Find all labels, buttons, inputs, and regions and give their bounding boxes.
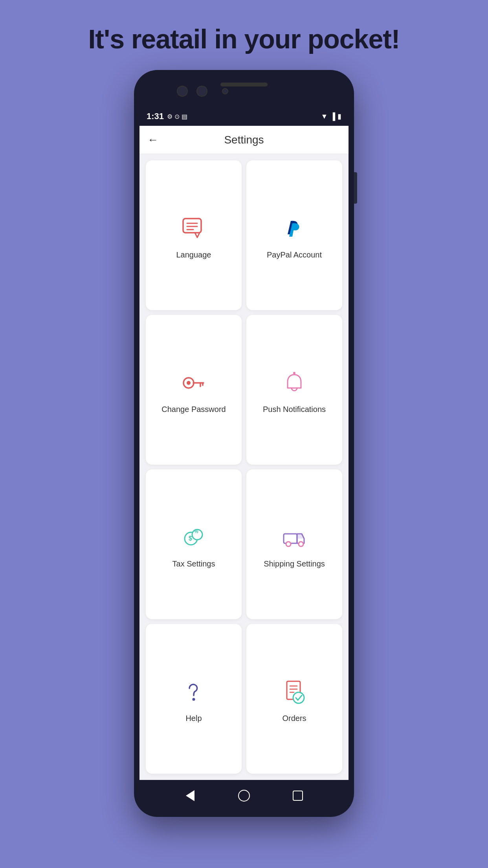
settings-card-help[interactable]: Help <box>146 624 242 774</box>
orders-label: Orders <box>282 714 306 723</box>
camera-right <box>196 86 207 97</box>
question-icon <box>178 676 209 708</box>
language-icon <box>178 213 209 244</box>
page-title: Settings <box>224 134 264 146</box>
settings-status-icon: ⚙ <box>167 113 172 120</box>
phone-nav-bar <box>139 780 349 811</box>
back-triangle-icon <box>186 790 194 801</box>
orders-icon <box>279 676 310 708</box>
phone-device: 1:31 ⚙ ⊙ ▤ ▼ ▐ ▮ ← Settings <box>134 70 354 817</box>
status-time: 1:31 <box>147 111 164 121</box>
help-label: Help <box>185 714 202 723</box>
settings-card-change-password[interactable]: Change Password <box>146 315 242 465</box>
svg-text:%: % <box>194 529 198 534</box>
camera-small <box>222 88 228 94</box>
shipping-settings-label: Shipping Settings <box>264 559 325 568</box>
signal-icon: ▐ <box>330 112 335 121</box>
nav-home-button[interactable] <box>237 789 251 803</box>
svg-text:$: $ <box>189 535 192 542</box>
language-label: Language <box>176 250 211 259</box>
svg-point-22 <box>293 692 304 703</box>
tax-icon: $ % <box>178 522 209 553</box>
svg-point-15 <box>286 542 291 546</box>
wifi-icon: ▼ <box>321 112 328 121</box>
truck-icon <box>279 522 310 553</box>
settings-card-orders[interactable]: Orders <box>246 624 342 774</box>
page-tagline: It's reatail in your pocket! <box>88 24 400 54</box>
paypal-label: PayPal Account <box>267 250 322 259</box>
status-right: ▼ ▐ ▮ <box>321 112 341 121</box>
phone-screen: 1:31 ⚙ ⊙ ▤ ▼ ▐ ▮ ← Settings <box>139 107 349 780</box>
settings-card-language[interactable]: Language <box>146 160 242 310</box>
side-button <box>354 172 357 204</box>
nav-back-button[interactable] <box>183 789 197 803</box>
change-password-label: Change Password <box>161 405 226 414</box>
settings-card-tax-settings[interactable]: $ % Tax Settings <box>146 469 242 619</box>
status-left: 1:31 ⚙ ⊙ ▤ <box>147 111 187 121</box>
phone-top-bar <box>139 75 349 107</box>
nav-recent-button[interactable] <box>291 789 305 803</box>
tax-settings-label: Tax Settings <box>172 559 215 568</box>
settings-card-push-notifications[interactable]: Push Notifications <box>246 315 342 465</box>
paypal-icon <box>279 213 310 244</box>
svg-point-5 <box>187 381 191 385</box>
svg-point-9 <box>293 372 295 374</box>
key-icon <box>178 367 209 399</box>
status-bar: 1:31 ⚙ ⊙ ▤ ▼ ▐ ▮ <box>139 107 349 126</box>
home-circle-icon <box>238 790 250 802</box>
recent-square-icon <box>293 791 303 801</box>
svg-rect-0 <box>183 219 201 233</box>
sim-status-icon: ▤ <box>182 113 187 120</box>
settings-card-paypal[interactable]: PayPal Account <box>246 160 342 310</box>
svg-point-16 <box>299 542 303 546</box>
app-header: ← Settings <box>139 126 349 154</box>
status-icons: ⚙ ⊙ ▤ <box>167 113 187 120</box>
svg-rect-14 <box>284 534 297 543</box>
settings-card-shipping-settings[interactable]: Shipping Settings <box>246 469 342 619</box>
speaker <box>220 83 268 86</box>
svg-point-17 <box>193 698 195 701</box>
back-button[interactable]: ← <box>147 134 158 146</box>
push-notifications-label: Push Notifications <box>263 405 326 414</box>
settings-grid: Language PayPal Account <box>139 154 349 780</box>
battery-icon: ▮ <box>338 112 341 121</box>
anon-status-icon: ⊙ <box>174 113 180 120</box>
bell-icon <box>279 367 310 399</box>
camera-left <box>177 86 188 97</box>
